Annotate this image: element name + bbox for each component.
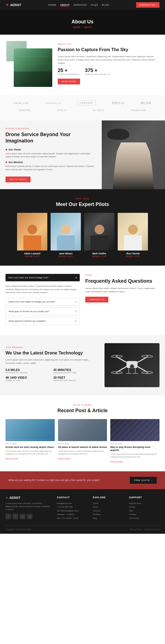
blog-read-more-3[interactable]: READ MORE	[110, 461, 123, 463]
partner-flybox: flyBOX	[93, 109, 105, 112]
blog-image-1	[6, 419, 55, 441]
team-role-1: DRONE PILOT	[17, 255, 47, 257]
team-photo-jhon	[118, 213, 148, 251]
nav-services[interactable]: SERVICES	[73, 4, 87, 7]
youtube-icon[interactable]: yt	[27, 514, 32, 519]
blog-read-more-2[interactable]: READ MORE	[58, 458, 71, 460]
mission-text: Duis tempor molestie lacinia. Ut aliam e…	[6, 165, 96, 171]
vision-image	[102, 120, 165, 189]
vision-bullet-icon	[6, 149, 7, 150]
svg-point-10	[146, 355, 148, 357]
navbar: ✦ AERIST HOME ABOUT SERVICES FAQS BLOG C…	[0, 0, 165, 10]
faq-section: How much does one drone footage cost? ∧ …	[0, 266, 165, 335]
blog-section: BLOG & NEWS Recent Post & Article OCT 3,…	[0, 395, 165, 471]
blog-heading: Recent Post & Article	[6, 408, 160, 414]
drone-description: Lorem ipsum dolor sit amet consectetur a…	[6, 358, 99, 365]
team-name-3: Mark Smiths	[84, 252, 114, 255]
footer-link-portfolio[interactable]: Portfolio	[93, 513, 123, 516]
partners-section: HEIMLAND SIGMAWALLS CERTERT pro-d MLON S…	[0, 95, 165, 120]
footer-email: info@aerist.com	[57, 502, 87, 505]
footer-link-callcenter[interactable]: Call Center	[129, 516, 160, 520]
partner-heimland: HEIMLAND	[14, 102, 29, 104]
drone-svg	[107, 346, 157, 384]
footer-link-faq[interactable]: FAQ	[129, 509, 160, 513]
svg-point-12	[146, 371, 148, 374]
blog-image-3	[110, 419, 160, 441]
stat-experience: 25 + YEARS EXPERIENCE	[58, 68, 79, 75]
footer-link-contact[interactable]: Contact	[129, 513, 160, 516]
footer-link-about[interactable]: About	[93, 505, 123, 509]
nav-links: HOME ABOUT SERVICES FAQS BLOG	[48, 4, 109, 7]
footer-explore: Explore Home About Services Portfolio Bl…	[93, 496, 123, 520]
faq-question-4[interactable]: What payment methods are available? ∨	[6, 317, 80, 325]
footer-logo-text: AERIST	[9, 496, 20, 499]
vision-heading: Drone Service Beyond Your Imagination	[6, 131, 96, 144]
copyright-text: Copyright © 2023 AAR Projekt	[6, 529, 31, 530]
faq-heading: Frequently Asked Questions	[85, 278, 160, 284]
mission-item: Our Mission Duis tempor molestie lacinia…	[6, 161, 96, 171]
mission-title: Our Mission	[6, 161, 96, 164]
blog-title-1: Drones tech are start causing airport ch…	[6, 446, 55, 449]
faq-question-3[interactable]: What types of drones do you usually use?…	[6, 307, 80, 315]
faq-chevron-2: ∨	[75, 300, 77, 303]
team-name-4: Jhon Tennet	[118, 252, 148, 255]
about-content: ABOUT US Passion to Capture From The Sky…	[58, 43, 157, 87]
team-role-3: DRONE PILOT	[84, 255, 114, 257]
footer-brand: ✦ AERIST Lorem ipsum dolor sit amet, con…	[6, 496, 51, 520]
svg-line-2	[138, 357, 147, 362]
nav-faqs[interactable]: FAQS	[91, 4, 98, 7]
drone-specs: 5.6 MILES Maximum Fly range 45 MINUTES M…	[6, 368, 99, 381]
linkedin-icon[interactable]: in	[20, 514, 25, 519]
vision-cta-label: GET IN TOUCH	[9, 178, 27, 181]
vision-cta-button[interactable]: GET IN TOUCH	[6, 177, 31, 182]
about-section: ABOUT US Passion to Capture From The Sky…	[0, 35, 165, 95]
stat-experience-label: YEARS EXPERIENCE	[58, 73, 79, 75]
team-section: OUR TEAM Meet Our Expert Pilots Adam Leo…	[0, 189, 165, 266]
nav-blog[interactable]: BLOG	[102, 4, 109, 7]
team-card-2: Jane Wilson DRONE PILOT	[51, 213, 81, 258]
footer-link-docs[interactable]: Support Docs	[129, 502, 160, 505]
svg-line-1	[117, 357, 127, 362]
cta-button[interactable]: FREE QUOTE ›	[130, 477, 157, 484]
faq-question-2[interactable]: What is the max height of footage you ca…	[6, 298, 80, 306]
team-card-4: Jhon Tennet DRONE PILOT	[118, 213, 148, 258]
blog-label: BLOG & NEWS	[6, 404, 160, 406]
drone-tech-content: OUR DRONES We Use the Latest Drone Techn…	[6, 346, 99, 384]
spec-range-label: Maximum Fly range	[6, 372, 51, 374]
faq-q3-text: What types of drones do you usually use?	[9, 310, 50, 313]
read-more-button[interactable]: READ MORE	[58, 79, 80, 84]
footer-link-career[interactable]: Career	[129, 505, 160, 509]
privacy-policy-link[interactable]: Privacy Policy	[130, 529, 142, 530]
footer-link-services[interactable]: Services	[93, 509, 123, 513]
spec-video: 4K UHD VIDEO Laber 4K UHD	[6, 376, 51, 381]
contact-button[interactable]: CONTACT US ›	[136, 2, 160, 8]
blog-read-more-1[interactable]: READ MORE	[6, 458, 18, 460]
team-grid: Adam Leonard DRONE PILOT Jane Wilson DRO…	[6, 213, 160, 258]
terms-link[interactable]: Terms & Services	[145, 529, 160, 530]
faq-question-1[interactable]: How much does one drone footage cost? ∧	[6, 274, 80, 281]
footer-link-home[interactable]: Home	[93, 502, 123, 505]
hero-section: About Us HOME › ABOUT	[0, 10, 165, 35]
facebook-icon[interactable]: f	[6, 514, 11, 519]
mission-bullet-icon	[6, 161, 7, 163]
blog-excerpt-3: Lorem ipsum dolor sit amet consectetur a…	[110, 453, 160, 458]
partner-prod: pro-d	[112, 101, 124, 105]
drone-photo	[105, 343, 160, 387]
twitter-icon[interactable]: t	[13, 514, 18, 519]
nav-about[interactable]: ABOUT	[60, 4, 70, 7]
social-icons: f t in yt	[6, 514, 51, 519]
footer-top: ✦ AERIST Lorem ipsum dolor sit amet, con…	[6, 496, 160, 520]
blog-card-1: OCT 3, 2021 Drones tech are start causin…	[6, 419, 55, 463]
footer: ✦ AERIST Lorem ipsum dolor sit amet, con…	[0, 489, 165, 534]
faq-contact-button[interactable]: CONTACT US	[85, 297, 108, 302]
drone-label: OUR DRONES	[6, 346, 99, 349]
nav-home[interactable]: HOME	[48, 4, 56, 7]
vision-section: VISION & MISSION Drone Service Beyond Yo…	[0, 120, 165, 189]
footer-address-2: Chicago - IL 60601	[57, 513, 87, 516]
footer-link-blog[interactable]: Blog	[93, 516, 123, 520]
partner-superk: SuperK	[19, 109, 31, 112]
partner-mlon: MLON	[141, 101, 151, 105]
team-label: OUR TEAM	[6, 197, 160, 200]
footer-hours: Mon - Fri: 08:00 - 18:00	[57, 516, 87, 520]
stat-projects: 375 + COMPLETED PROJECTS	[85, 68, 110, 75]
